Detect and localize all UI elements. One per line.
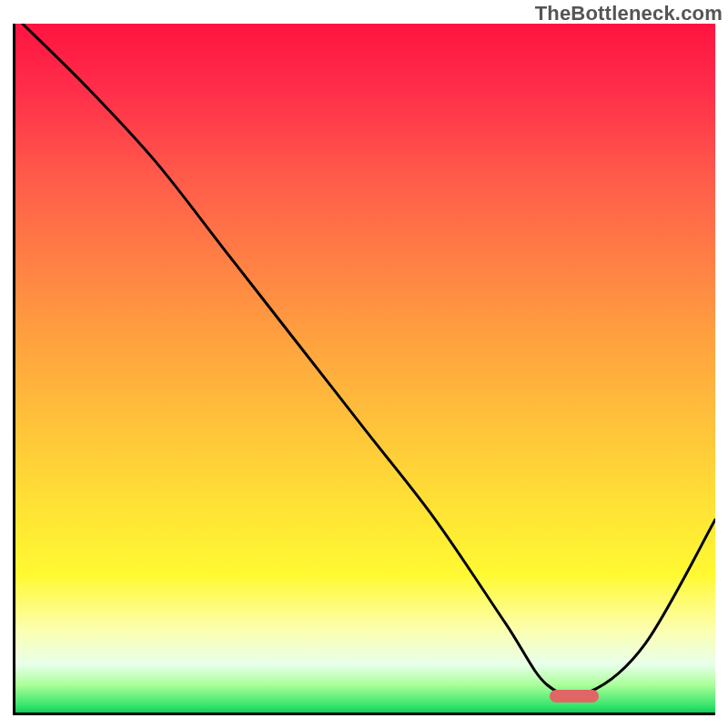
optimum-marker (550, 690, 599, 703)
watermark-text: TheBottleneck.com (535, 2, 723, 25)
plot-area (13, 24, 715, 715)
curve-overlay (15, 24, 715, 713)
image-root: TheBottleneck.com (0, 0, 728, 728)
bottleneck-curve (23, 24, 715, 696)
